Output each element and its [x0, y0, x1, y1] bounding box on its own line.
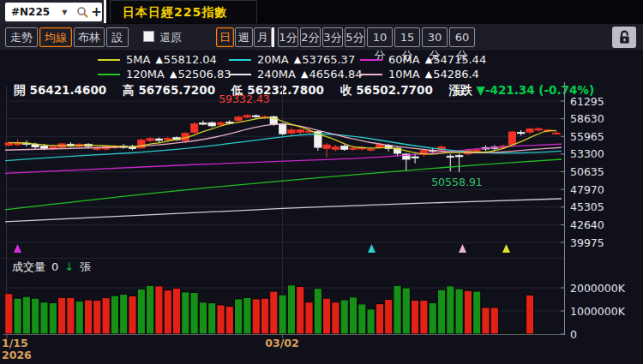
volume-bar[interactable]	[490, 307, 498, 334]
volume-bar[interactable]	[455, 289, 463, 334]
candle-body[interactable]	[243, 116, 251, 117]
volume-bar[interactable]	[297, 286, 304, 334]
volume-bar[interactable]	[429, 303, 436, 334]
volume-bar[interactable]	[482, 307, 490, 334]
volume-bar[interactable]	[279, 295, 286, 334]
volume-bar[interactable]	[164, 290, 171, 334]
volume-bar[interactable]	[111, 295, 118, 334]
candlestick-chart[interactable]: 6129558630559655330050635479704530542640…	[0, 0, 643, 364]
volume-bar[interactable]	[473, 291, 481, 334]
price-axis-label: 50635	[570, 165, 604, 178]
candle-body[interactable]	[367, 149, 375, 151]
price-axis-label: 61295	[570, 95, 604, 108]
volume-bar[interactable]	[412, 301, 419, 334]
volume-bar[interactable]	[75, 301, 83, 334]
volume-bar[interactable]	[544, 333, 551, 334]
volume-bar[interactable]	[58, 297, 66, 334]
volume-bar[interactable]	[172, 289, 180, 334]
price-axis-label: 45305	[570, 200, 604, 213]
volume-bar[interactable]	[314, 289, 322, 334]
volume-bar[interactable]	[84, 300, 92, 334]
candle-body[interactable]	[200, 123, 207, 125]
volume-bar[interactable]	[500, 333, 508, 334]
price-axis-label: 47970	[570, 183, 604, 196]
volume-bar[interactable]	[32, 298, 39, 334]
candle-body[interactable]	[67, 144, 75, 146]
candle-body[interactable]	[164, 138, 171, 140]
candle-body[interactable]	[526, 128, 534, 132]
candle-body[interactable]	[340, 146, 348, 150]
volume-bar[interactable]	[182, 292, 189, 334]
volume-bar[interactable]	[93, 301, 101, 334]
candle-body[interactable]	[535, 128, 543, 130]
volume-bar[interactable]	[243, 297, 251, 334]
volume-bar[interactable]	[217, 305, 225, 334]
volume-bar[interactable]	[464, 290, 472, 334]
candle-body[interactable]	[208, 122, 216, 126]
volume-bar[interactable]	[22, 296, 30, 334]
volume-bar[interactable]	[376, 304, 383, 334]
volume-bar[interactable]	[252, 299, 260, 334]
candle-body[interactable]	[323, 145, 331, 149]
candle-body[interactable]	[473, 150, 481, 152]
volume-bar[interactable]	[332, 302, 340, 334]
volume-bar[interactable]	[155, 286, 163, 334]
volume-bar[interactable]	[437, 289, 445, 334]
volume-bar[interactable]	[420, 301, 428, 334]
candle-body[interactable]	[350, 148, 358, 150]
volume-bar[interactable]	[67, 297, 75, 334]
volume-bar[interactable]	[199, 302, 207, 334]
volume-bar[interactable]	[305, 302, 313, 334]
candle-body[interactable]	[447, 156, 454, 158]
price-axis-label: 53300	[570, 147, 604, 160]
date-axis-label: 1/15	[2, 337, 28, 349]
volume-bar[interactable]	[225, 307, 233, 334]
candle-body[interactable]	[455, 155, 463, 157]
volume-bar[interactable]	[5, 294, 13, 334]
volume-bar[interactable]	[394, 285, 401, 334]
volume-bar[interactable]	[129, 295, 136, 334]
volume-bar[interactable]	[367, 309, 375, 334]
volume-bar[interactable]	[358, 304, 366, 334]
candle-body[interactable]	[147, 139, 154, 141]
ma-line-60ma	[5, 144, 562, 173]
candle-body[interactable]	[155, 139, 163, 140]
volume-bar[interactable]	[40, 302, 48, 334]
volume-bar[interactable]	[270, 291, 278, 334]
volume-bar[interactable]	[535, 333, 543, 334]
volume-bar[interactable]	[147, 285, 154, 334]
volume-bar[interactable]	[287, 285, 295, 334]
volume-bar[interactable]	[261, 298, 268, 334]
volume-bar[interactable]	[102, 298, 110, 334]
volume-bar[interactable]	[349, 297, 357, 334]
candle-body[interactable]	[288, 130, 296, 134]
candle-body[interactable]	[332, 146, 340, 149]
volume-bar[interactable]	[323, 298, 331, 334]
candle-body[interactable]	[279, 124, 286, 134]
volume-bar[interactable]	[208, 303, 216, 334]
volume-bar[interactable]	[49, 303, 57, 334]
candle-body[interactable]	[40, 146, 48, 149]
signal-marker-icon	[502, 244, 510, 253]
volume-bar[interactable]	[385, 300, 393, 335]
candle-body[interactable]	[508, 132, 516, 145]
candle-body[interactable]	[190, 123, 198, 132]
volume-bar[interactable]	[526, 295, 533, 334]
volume-bar[interactable]	[447, 286, 454, 334]
volume-bar[interactable]	[235, 299, 243, 334]
candle-body[interactable]	[412, 157, 419, 158]
candle-body[interactable]	[517, 132, 525, 134]
candle-body[interactable]	[553, 133, 561, 134]
volume-bar[interactable]	[14, 298, 21, 334]
volume-bar[interactable]	[508, 333, 516, 334]
volume-bar[interactable]	[552, 333, 560, 334]
volume-bar[interactable]	[137, 289, 145, 334]
candle-body[interactable]	[252, 116, 260, 117]
candle-body[interactable]	[235, 117, 243, 121]
volume-bar[interactable]	[190, 292, 198, 334]
volume-bar[interactable]	[517, 333, 525, 334]
candle-body[interactable]	[297, 130, 304, 133]
volume-bar[interactable]	[120, 295, 128, 334]
volume-bar[interactable]	[340, 300, 348, 334]
volume-bar[interactable]	[402, 288, 410, 334]
